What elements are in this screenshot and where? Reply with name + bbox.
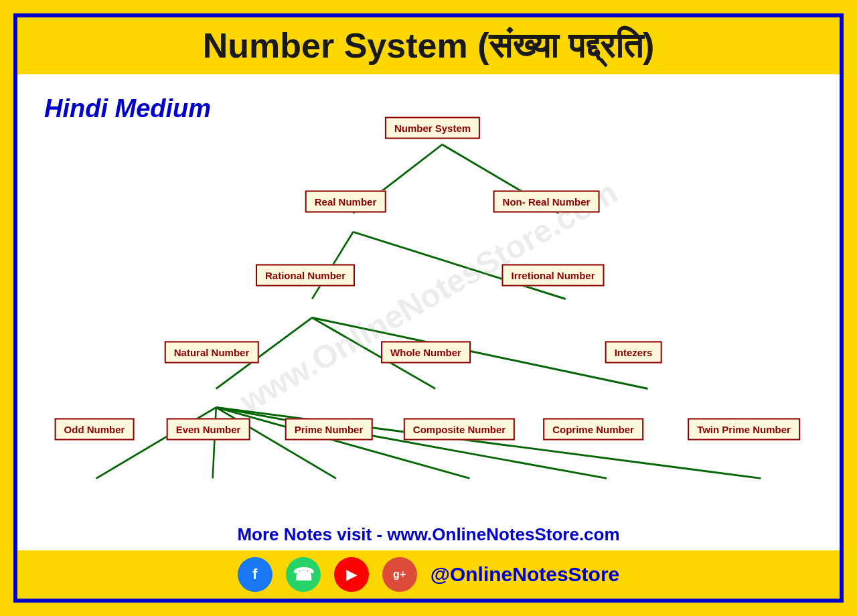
node-real-number: Real Number [305, 191, 386, 213]
page-title: Number System (संख्या पद्द्रति) [31, 25, 826, 66]
facebook-icon[interactable]: f [238, 557, 272, 592]
node-rational-number: Rational Number [256, 264, 355, 287]
yt-symbol: ▶ [346, 566, 356, 583]
node-twin-prime-number: Twin Prime Number [688, 418, 800, 441]
node-natural-number: Natural Number [165, 341, 259, 364]
node-irretional-number: Irretional Number [501, 264, 604, 287]
node-even-number: Even Number [167, 418, 250, 441]
fb-letter: f [252, 566, 257, 583]
svg-line-6 [312, 317, 647, 388]
whatsapp-icon[interactable]: ☎ [286, 557, 321, 592]
tree-svg [17, 74, 840, 519]
googleplus-icon[interactable]: g+ [382, 557, 417, 592]
node-composite-number: Composite Number [404, 418, 515, 441]
node-number-system: Number System [385, 117, 480, 139]
node-intezers: Intezers [605, 341, 662, 364]
wa-symbol: ☎ [293, 564, 314, 585]
node-whole-number: Whole Number [381, 341, 471, 364]
youtube-icon[interactable]: ▶ [334, 557, 369, 592]
header: Number System (संख्या पद्द्रति) [17, 17, 840, 74]
gp-letter: g+ [393, 568, 406, 581]
node-coprime-number: Coprime Number [543, 418, 643, 441]
outer-border: Number System (संख्या पद्द्रति) Hindi Me… [13, 13, 844, 603]
node-prime-number: Prime Number [285, 418, 373, 441]
main-content: Hindi Medium www.OnlineNotesStore.com [17, 74, 840, 519]
node-non-real-number: Non- Real Number [493, 191, 600, 213]
footer-bar: f ☎ ▶ g+ @OnlineNotesStore [17, 550, 840, 599]
node-odd-number: Odd Number [55, 418, 135, 441]
social-handle: @OnlineNotesStore [431, 563, 620, 586]
footer-visit-text: More Notes visit - www.OnlineNotesStore.… [17, 519, 840, 550]
